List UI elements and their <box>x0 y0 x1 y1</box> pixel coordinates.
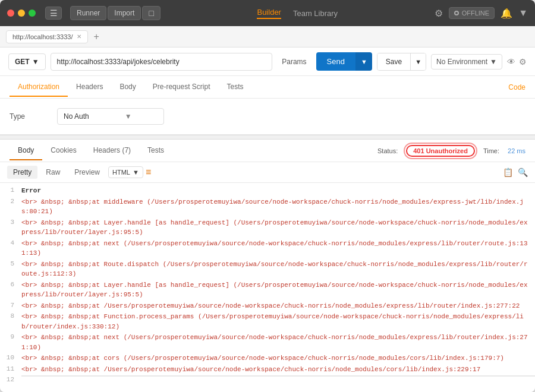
code-line-1: 1 Error <box>0 185 535 197</box>
no-environment-select[interactable]: No Environment ▼ <box>431 54 502 69</box>
save-dropdown-button[interactable]: ▼ <box>410 53 426 70</box>
sidebar-toggle-icon: ☰ <box>50 8 58 18</box>
code-line-10: 10 <br> &nbsp; &nbsp;at cors (/Users/pro… <box>0 353 535 364</box>
tab-team-library[interactable]: Team Library <box>293 9 338 18</box>
sidebar-toggle-button[interactable]: ☰ <box>45 7 62 20</box>
copy-icon[interactable]: 📋 <box>503 167 513 177</box>
app-window: ☰ Runner Import □ Builder Team Library ⚙… <box>0 0 535 392</box>
code-link[interactable]: Code <box>508 83 525 91</box>
section-divider <box>0 135 535 140</box>
env-toolbar: No Environment ▼ 👁 ⚙ <box>431 54 527 69</box>
language-dropdown-icon: ▼ <box>133 169 139 176</box>
chevron-down-icon[interactable]: ▼ <box>518 8 528 18</box>
eye-icon[interactable]: 👁 <box>507 57 515 67</box>
status-label: Status: <box>377 147 398 154</box>
params-button[interactable]: Params <box>277 55 311 68</box>
body-format-toolbar: Pretty Raw Preview HTML ▼ ≡ 📋 🔍 <box>0 162 535 183</box>
auth-type-select[interactable]: No Auth ▼ <box>57 108 164 125</box>
tab-label: http://localhost:3333/ <box>12 33 73 40</box>
code-line-4: 4 <br> &nbsp; &nbsp;at next (/Users/pros… <box>0 238 535 259</box>
url-input[interactable] <box>51 53 273 71</box>
tab-close-icon[interactable]: ✕ <box>77 33 81 40</box>
import-button[interactable]: Import <box>108 6 141 20</box>
language-select[interactable]: HTML ▼ <box>108 166 143 178</box>
no-env-label: No Environment <box>436 58 487 66</box>
request-tabs: Authorization Headers Body Pre-request S… <box>0 76 535 99</box>
auth-section: Type No Auth ▼ <box>0 99 535 135</box>
time-value: 22 ms <box>508 147 525 154</box>
code-line-3: 3 <br> &nbsp; &nbsp;at Layer.handle [as … <box>0 217 535 238</box>
settings-icon[interactable]: ⚙ <box>435 8 443 19</box>
offline-label: OFFLINE <box>462 10 489 17</box>
maximize-button[interactable] <box>29 10 36 17</box>
tab-authorization[interactable]: Authorization <box>10 78 68 97</box>
save-group: Save ▼ <box>377 53 426 71</box>
format-preview[interactable]: Preview <box>68 166 106 179</box>
type-label: Type <box>10 112 45 121</box>
offline-indicator <box>454 11 459 15</box>
send-dropdown-button[interactable]: ▼ <box>355 52 372 71</box>
code-line-5: 5 <br> &nbsp; &nbsp;at Route.dispatch (/… <box>0 259 535 280</box>
new-tab-button[interactable]: + <box>90 31 103 42</box>
tabs-bar: http://localhost:3333/ ✕ + <box>0 26 535 48</box>
method-select[interactable]: GET ▼ <box>8 53 46 70</box>
tab-tests[interactable]: Tests <box>218 78 251 97</box>
code-line-12: 12 <box>0 375 535 385</box>
close-button[interactable] <box>7 10 14 17</box>
nav-buttons: Runner Import □ <box>70 6 160 20</box>
method-arrow-icon: ▼ <box>32 58 39 66</box>
resp-tab-cookies[interactable]: Cookies <box>42 141 84 160</box>
new-tab-button[interactable]: □ <box>142 6 160 20</box>
bell-icon[interactable]: 🔔 <box>501 8 512 19</box>
tab-builder[interactable]: Builder <box>257 8 281 19</box>
resp-tab-tests[interactable]: Tests <box>139 141 172 160</box>
code-line-7: 7 <br> &nbsp; &nbsp;at /Users/prosperote… <box>0 301 535 312</box>
status-badge: 401 Unauthorized <box>406 145 475 157</box>
code-line-8: 8 <br> &nbsp; &nbsp;at Function.process_… <box>0 311 535 332</box>
code-line-11: 11 <br> &nbsp; &nbsp;at /Users/prosperot… <box>0 364 535 375</box>
status-info: Status: 401 Unauthorized Time: 22 ms <box>377 145 525 157</box>
tab-prerequest[interactable]: Pre-request Script <box>144 78 219 97</box>
auth-select-arrow-icon: ▼ <box>125 112 132 121</box>
auth-type-value: No Auth <box>64 112 89 121</box>
body-toolbar-right: 📋 🔍 <box>503 167 528 177</box>
format-raw[interactable]: Raw <box>40 166 66 179</box>
resp-tab-body[interactable]: Body <box>10 141 42 160</box>
send-group: Send ▼ <box>316 52 372 71</box>
send-button[interactable]: Send <box>316 52 355 71</box>
title-right: ⚙ OFFLINE 🔔 ▼ <box>435 7 528 19</box>
response-tabs-bar: Body Cookies Headers (7) Tests Status: 4… <box>0 140 535 162</box>
format-pretty[interactable]: Pretty <box>7 166 37 179</box>
request-toolbar: GET ▼ Params Send ▼ Save ▼ No Environmen… <box>0 48 535 76</box>
traffic-lights <box>7 10 36 17</box>
gear-icon[interactable]: ⚙ <box>519 57 527 67</box>
resp-tab-headers[interactable]: Headers (7) <box>85 141 139 160</box>
code-line-6: 6 <br> &nbsp; &nbsp;at Layer.handle [as … <box>0 280 535 301</box>
title-bar: ☰ Runner Import □ Builder Team Library ⚙… <box>0 0 535 26</box>
env-icons: 👁 ⚙ <box>507 57 527 67</box>
minimize-button[interactable] <box>18 10 25 17</box>
response-section: Body Cookies Headers (7) Tests Status: 4… <box>0 140 535 392</box>
code-area[interactable]: 1 Error 2 <br> &nbsp; &nbsp;at middlewar… <box>0 183 535 392</box>
runner-button[interactable]: Runner <box>70 6 106 20</box>
code-line-9: 9 <br> &nbsp; &nbsp;at next (/Users/pros… <box>0 332 535 353</box>
offline-badge: OFFLINE <box>449 7 495 19</box>
title-center: Builder Team Library <box>166 8 429 19</box>
filter-icon[interactable]: ≡ <box>146 167 151 178</box>
tab-headers[interactable]: Headers <box>68 78 111 97</box>
tab-item-localhost[interactable]: http://localhost:3333/ ✕ <box>6 30 88 43</box>
save-button[interactable]: Save <box>377 53 410 70</box>
method-value: GET <box>15 58 30 66</box>
env-dropdown-icon: ▼ <box>490 58 497 66</box>
code-line-2: 2 <br> &nbsp; &nbsp;at middleware (/User… <box>0 197 535 217</box>
search-icon[interactable]: 🔍 <box>518 167 528 177</box>
language-value: HTML <box>112 169 130 176</box>
time-label: Time: <box>483 147 499 154</box>
tab-body[interactable]: Body <box>111 78 144 97</box>
